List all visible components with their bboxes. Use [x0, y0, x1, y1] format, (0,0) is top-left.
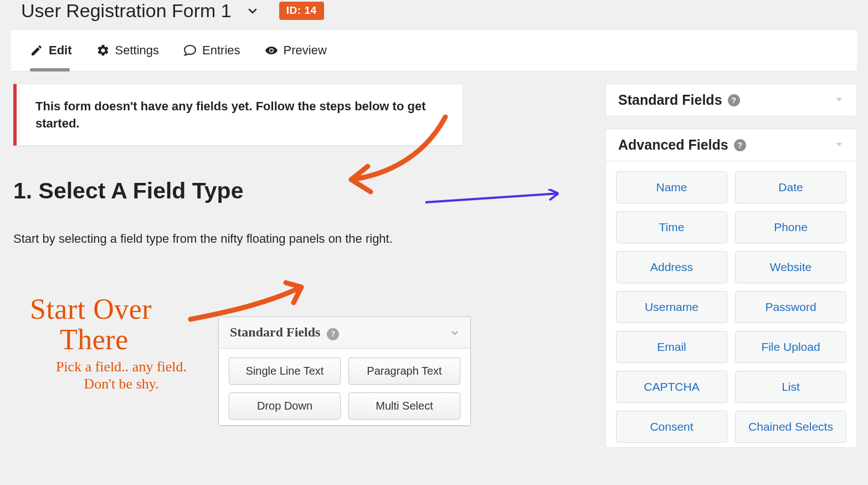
tab-entries[interactable]: Entries: [183, 43, 240, 71]
field-type-button[interactable]: Address: [616, 251, 727, 283]
field-type-button[interactable]: Consent: [616, 411, 727, 443]
field-type-button[interactable]: Password: [735, 291, 846, 323]
handwrite-line2: There: [30, 325, 213, 355]
tab-entries-label: Entries: [202, 43, 240, 58]
example-field-button: Paragraph Text: [348, 358, 460, 385]
tab-edit-label: Edit: [49, 43, 72, 58]
caret-down-icon: [834, 94, 844, 106]
example-field-button: Single Line Text: [229, 358, 341, 385]
empty-form-alert: This form doesn't have any fields yet. F…: [13, 84, 463, 146]
field-type-button[interactable]: Date: [735, 171, 846, 203]
field-type-button[interactable]: Phone: [735, 211, 846, 243]
field-type-button[interactable]: Time: [616, 211, 727, 243]
step-1-title: 1. Select A Field Type: [13, 178, 605, 204]
standard-fields-title: Standard Fields: [618, 92, 722, 108]
example-field-button: Drop Down: [229, 392, 341, 420]
example-standard-fields-panel: Standard Fields ? Single Line Text Parag…: [218, 316, 471, 426]
help-icon[interactable]: ?: [734, 139, 746, 151]
tab-preview[interactable]: Preview: [265, 43, 327, 71]
chevron-down-icon: [246, 4, 259, 18]
advanced-fields-accordion: Advanced Fields ? NameDateTimePhoneAddre…: [605, 129, 857, 448]
caret-down-icon: [450, 328, 459, 337]
field-type-button[interactable]: CAPTCHA: [616, 371, 727, 403]
example-field-button: Multi Select: [348, 392, 460, 420]
help-icon[interactable]: ?: [728, 94, 740, 106]
field-type-button[interactable]: Name: [616, 171, 727, 203]
form-switcher-chevron[interactable]: [243, 1, 263, 21]
standard-fields-accordion[interactable]: Standard Fields ?: [605, 84, 857, 116]
handwrite-line1: Start Over: [30, 293, 152, 325]
field-type-button[interactable]: Website: [735, 251, 846, 283]
handwriting-annotation: Start Over There Pick a field.. any fiel…: [30, 294, 213, 393]
field-type-button[interactable]: List: [735, 371, 846, 403]
form-id-badge: ID: 14: [279, 2, 324, 20]
step-1-description: Start by selecting a field type from the…: [13, 232, 605, 246]
handwrite-sub1: Pick a field.. any field.: [56, 359, 187, 375]
example-panel-title: Standard Fields: [230, 325, 320, 339]
tab-preview-label: Preview: [284, 43, 327, 58]
field-type-button[interactable]: Username: [616, 291, 727, 323]
advanced-fields-toggle[interactable]: Advanced Fields ?: [606, 129, 856, 161]
eye-icon: [265, 44, 278, 57]
caret-down-icon: [834, 139, 844, 151]
form-title: User Registration Form 1: [21, 0, 232, 22]
speech-bubble-icon: [183, 44, 197, 57]
tab-edit[interactable]: Edit: [30, 43, 72, 71]
help-icon: ?: [327, 328, 339, 340]
handwrite-sub2: Don't be shy.: [84, 376, 158, 392]
advanced-fields-title: Advanced Fields: [618, 137, 728, 153]
field-type-button[interactable]: Email: [616, 331, 727, 363]
field-type-button[interactable]: Chained Selects: [735, 411, 846, 443]
form-tabs: Edit Settings Entries Preview: [11, 29, 857, 72]
field-type-button[interactable]: File Upload: [735, 331, 846, 363]
tab-settings-label: Settings: [115, 43, 160, 58]
gears-icon: [96, 44, 110, 57]
tab-settings[interactable]: Settings: [96, 43, 160, 71]
edit-icon: [30, 44, 43, 57]
